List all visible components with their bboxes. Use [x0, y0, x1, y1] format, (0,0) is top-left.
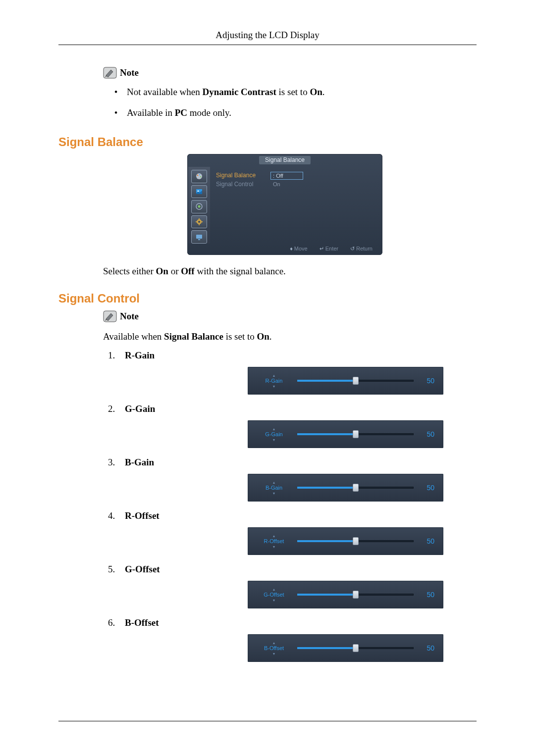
note-label: Note [120, 67, 139, 78]
osd-menu-item: Signal Control [216, 181, 256, 188]
slider-name: B-Gain [266, 485, 282, 491]
slider-value: 50 [420, 644, 434, 652]
target-icon [191, 200, 207, 213]
slider-track[interactable] [297, 594, 414, 596]
slider-name: G-Gain [265, 432, 282, 437]
svg-point-4 [200, 176, 202, 178]
chevron-up-icon: ▲ [272, 426, 276, 432]
slider-thumb[interactable] [353, 377, 359, 385]
slider-panel: ▲B-Gain▼50 [248, 474, 443, 502]
chevron-up-icon: ▲ [272, 640, 276, 646]
control-label: R-Gain [120, 350, 204, 361]
osd-menu-item: Signal Balance [216, 172, 256, 179]
list-number: 2. [108, 403, 120, 414]
svg-point-1 [196, 173, 202, 179]
slider-track[interactable] [297, 540, 414, 542]
slider-value: 50 [420, 484, 434, 492]
gear-icon [191, 215, 207, 229]
osd-option-on: On [270, 180, 303, 188]
chevron-down-icon: ▼ [272, 598, 276, 603]
osd-icon-column [188, 167, 210, 244]
control-label: G-Offset [120, 564, 204, 575]
slider-name: G-Offset [264, 592, 284, 598]
slider-value: 50 [420, 377, 434, 385]
osd-footer-move: Move [294, 246, 308, 252]
slider-track[interactable] [297, 647, 414, 649]
footer-rule [58, 721, 477, 721]
list-number: 4. [108, 510, 120, 521]
bullet-text: . [322, 87, 325, 97]
list-number: 3. [108, 457, 120, 468]
chevron-down-icon: ▼ [272, 651, 276, 656]
control-row: 5.G-Offset▲G-Offset▼50 [108, 564, 477, 608]
move-icon: ♦ [290, 246, 293, 252]
chevron-down-icon: ▼ [272, 491, 276, 496]
slider-name-column: ▲G-Gain▼ [257, 426, 291, 443]
svg-rect-16 [198, 239, 200, 240]
slider-name-column: ▲B-Offset▼ [257, 640, 291, 656]
control-label: R-Offset [120, 510, 204, 521]
palette-icon [191, 170, 207, 183]
list-number: 6. [108, 617, 120, 628]
osd-panel: Signal Balance [187, 154, 382, 255]
note-label: Note [120, 311, 139, 322]
bullet-text: mode only. [187, 107, 231, 118]
bullet-item: • Available in PC mode only. [113, 107, 477, 118]
osd-footer-enter: Enter [325, 246, 338, 252]
slider-panel: ▲G-Offset▼50 [248, 581, 443, 608]
svg-point-2 [197, 175, 199, 176]
control-row: 3.B-Gain▲B-Gain▼50 [108, 457, 477, 502]
control-row: 4.R-Offset▲R-Offset▼50 [108, 510, 477, 555]
bullet-text: is set to [276, 87, 310, 97]
chevron-up-icon: ▲ [272, 480, 276, 485]
svg-point-8 [198, 205, 201, 208]
display-icon [191, 230, 207, 244]
signal-control-description: Available when Signal Balance is set to … [103, 331, 477, 342]
chevron-up-icon: ▲ [272, 533, 276, 539]
slider-thumb[interactable] [353, 430, 359, 438]
slider-name: B-Offset [264, 646, 284, 651]
osd-footer-return: Return [356, 246, 373, 252]
return-icon: ↺ [350, 246, 355, 252]
list-number: 1. [108, 350, 120, 361]
chevron-down-icon: ▼ [272, 437, 276, 443]
slider-value: 50 [420, 430, 434, 438]
osd-menu-list: Signal Balance Signal Control [216, 172, 256, 244]
slider-thumb[interactable] [353, 537, 359, 545]
bullet-text: Not available when [127, 87, 202, 97]
slider-name-column: ▲R-Offset▼ [257, 533, 291, 550]
svg-rect-15 [196, 235, 202, 239]
slider-thumb[interactable] [353, 591, 359, 599]
note-icon [103, 310, 117, 322]
bullet-dot-icon: • [113, 107, 119, 118]
page-header: Adjusting the LCD Display [58, 30, 477, 45]
osd-footer: ♦Move ↵Enter ↺Return [188, 244, 381, 255]
chevron-down-icon: ▼ [272, 384, 276, 389]
bullet-text: Available in [127, 107, 175, 118]
svg-point-3 [199, 174, 201, 176]
list-number: 5. [108, 564, 120, 575]
control-label: B-Offset [120, 617, 204, 628]
chevron-up-icon: ▲ [272, 587, 276, 592]
control-row: 2.G-Gain▲G-Gain▼50 [108, 403, 477, 448]
slider-track[interactable] [297, 433, 414, 435]
note-icon [103, 67, 117, 79]
heading-signal-control: Signal Control [58, 292, 477, 305]
slider-track[interactable] [297, 380, 414, 382]
slider-track[interactable] [297, 487, 414, 489]
slider-thumb[interactable] [353, 644, 359, 652]
picture-icon [191, 185, 207, 199]
control-row: 1.R-Gain▲R-Gain▼50 [108, 350, 477, 395]
slider-name-column: ▲G-Offset▼ [257, 587, 291, 603]
enter-icon: ↵ [320, 246, 324, 252]
slider-name: R-Gain [266, 378, 283, 384]
slider-thumb[interactable] [353, 484, 359, 492]
bullet-dot-icon: • [113, 87, 119, 98]
slider-panel: ▲R-Offset▼50 [248, 527, 443, 555]
bullet-bold: Dynamic Contrast [202, 87, 276, 97]
slider-name: R-Offset [264, 539, 284, 544]
slider-value: 50 [420, 537, 434, 545]
slider-name-column: ▲R-Gain▼ [257, 373, 291, 389]
chevron-down-icon: ▼ [272, 544, 276, 550]
signal-balance-description: Selects either On or Off with the signal… [103, 266, 477, 277]
